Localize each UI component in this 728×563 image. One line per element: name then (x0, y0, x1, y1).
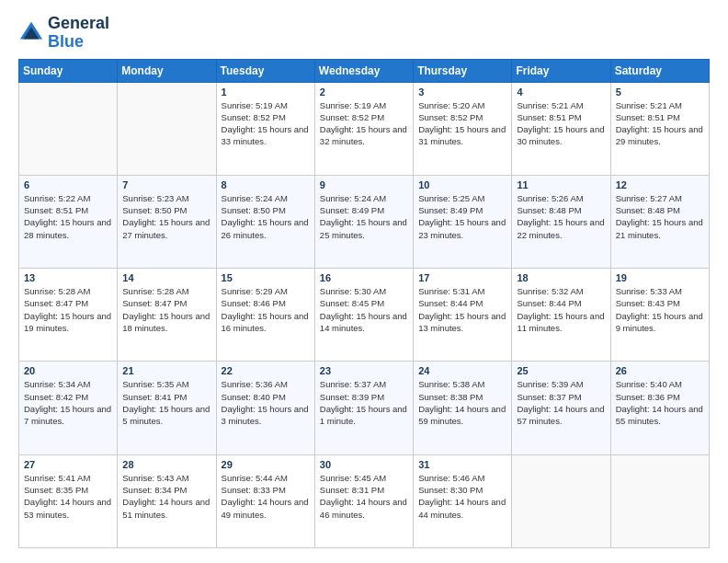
day-number: 16 (320, 272, 408, 283)
day-info: Sunrise: 5:23 AMSunset: 8:50 PMDaylight:… (122, 192, 210, 241)
calendar-cell: 22Sunrise: 5:36 AMSunset: 8:40 PMDayligh… (216, 362, 314, 454)
calendar-cell: 13Sunrise: 5:28 AMSunset: 8:47 PMDayligh… (19, 269, 118, 362)
day-number: 31 (418, 459, 506, 470)
calendar-cell: 25Sunrise: 5:39 AMSunset: 8:37 PMDayligh… (512, 362, 610, 454)
day-info: Sunrise: 5:32 AMSunset: 8:44 PMDaylight:… (517, 285, 605, 334)
day-number: 13 (24, 272, 112, 283)
header: General Blue (18, 15, 710, 52)
day-number: 22 (222, 365, 310, 376)
day-number: 17 (418, 272, 506, 283)
calendar-cell (118, 82, 216, 175)
day-number: 10 (418, 179, 506, 190)
day-number: 12 (616, 179, 704, 190)
calendar-cell: 18Sunrise: 5:32 AMSunset: 8:44 PMDayligh… (512, 269, 610, 362)
day-number: 15 (222, 272, 310, 283)
day-info: Sunrise: 5:22 AMSunset: 8:51 PMDaylight:… (24, 192, 112, 241)
day-header-sunday: Sunday (19, 59, 118, 82)
day-number: 9 (320, 179, 408, 190)
calendar-cell: 6Sunrise: 5:22 AMSunset: 8:51 PMDaylight… (19, 175, 118, 268)
day-number: 27 (24, 459, 112, 470)
day-number: 29 (222, 459, 310, 470)
day-number: 25 (517, 365, 605, 376)
day-info: Sunrise: 5:27 AMSunset: 8:48 PMDaylight:… (616, 192, 704, 241)
calendar-cell: 10Sunrise: 5:25 AMSunset: 8:49 PMDayligh… (414, 175, 512, 268)
day-info: Sunrise: 5:44 AMSunset: 8:33 PMDaylight:… (222, 472, 310, 521)
day-info: Sunrise: 5:25 AMSunset: 8:49 PMDaylight:… (418, 192, 506, 241)
calendar-cell: 2Sunrise: 5:19 AMSunset: 8:52 PMDaylight… (314, 82, 413, 175)
day-number: 5 (616, 86, 704, 98)
day-header-thursday: Thursday (414, 59, 512, 82)
calendar-cell: 20Sunrise: 5:34 AMSunset: 8:42 PMDayligh… (19, 362, 118, 454)
day-info: Sunrise: 5:46 AMSunset: 8:30 PMDaylight:… (418, 472, 506, 521)
day-info: Sunrise: 5:20 AMSunset: 8:52 PMDaylight:… (418, 99, 506, 148)
logo-icon (18, 20, 44, 46)
day-info: Sunrise: 5:31 AMSunset: 8:44 PMDaylight:… (418, 285, 506, 334)
day-info: Sunrise: 5:45 AMSunset: 8:31 PMDaylight:… (320, 472, 408, 521)
day-info: Sunrise: 5:21 AMSunset: 8:51 PMDaylight:… (517, 99, 605, 148)
day-info: Sunrise: 5:24 AMSunset: 8:49 PMDaylight:… (320, 192, 408, 241)
day-info: Sunrise: 5:34 AMSunset: 8:42 PMDaylight:… (24, 378, 112, 427)
day-info: Sunrise: 5:40 AMSunset: 8:36 PMDaylight:… (616, 378, 704, 427)
calendar-header-row: SundayMondayTuesdayWednesdayThursdayFrid… (19, 59, 710, 82)
day-number: 19 (616, 272, 704, 283)
calendar-week-row: 27Sunrise: 5:41 AMSunset: 8:35 PMDayligh… (19, 454, 710, 547)
day-number: 11 (517, 179, 605, 190)
day-header-friday: Friday (512, 59, 610, 82)
calendar-cell: 8Sunrise: 5:24 AMSunset: 8:50 PMDaylight… (216, 175, 314, 268)
calendar-cell: 27Sunrise: 5:41 AMSunset: 8:35 PMDayligh… (19, 454, 118, 547)
day-header-monday: Monday (118, 59, 216, 82)
calendar-cell: 23Sunrise: 5:37 AMSunset: 8:39 PMDayligh… (314, 362, 413, 454)
day-info: Sunrise: 5:43 AMSunset: 8:34 PMDaylight:… (122, 472, 210, 521)
day-info: Sunrise: 5:33 AMSunset: 8:43 PMDaylight:… (616, 285, 704, 334)
calendar-cell: 14Sunrise: 5:28 AMSunset: 8:47 PMDayligh… (118, 269, 216, 362)
calendar-cell (610, 454, 709, 547)
day-number: 24 (418, 365, 506, 376)
day-info: Sunrise: 5:21 AMSunset: 8:51 PMDaylight:… (616, 99, 704, 148)
day-info: Sunrise: 5:24 AMSunset: 8:50 PMDaylight:… (222, 192, 310, 241)
day-info: Sunrise: 5:39 AMSunset: 8:37 PMDaylight:… (517, 378, 605, 427)
logo-text: General Blue (48, 15, 109, 52)
day-number: 1 (222, 86, 310, 98)
calendar-cell: 9Sunrise: 5:24 AMSunset: 8:49 PMDaylight… (314, 175, 413, 268)
calendar-cell: 5Sunrise: 5:21 AMSunset: 8:51 PMDaylight… (610, 82, 709, 175)
calendar-cell: 11Sunrise: 5:26 AMSunset: 8:48 PMDayligh… (512, 175, 610, 268)
day-number: 21 (122, 365, 210, 376)
day-info: Sunrise: 5:19 AMSunset: 8:52 PMDaylight:… (320, 99, 408, 148)
day-info: Sunrise: 5:37 AMSunset: 8:39 PMDaylight:… (320, 378, 408, 427)
day-number: 26 (616, 365, 704, 376)
calendar-cell: 16Sunrise: 5:30 AMSunset: 8:45 PMDayligh… (314, 269, 413, 362)
calendar-week-row: 1Sunrise: 5:19 AMSunset: 8:52 PMDaylight… (19, 82, 710, 175)
calendar-week-row: 20Sunrise: 5:34 AMSunset: 8:42 PMDayligh… (19, 362, 710, 454)
calendar-week-row: 6Sunrise: 5:22 AMSunset: 8:51 PMDaylight… (19, 175, 710, 268)
page: General Blue SundayMondayTuesdayWednesda… (0, 0, 728, 563)
day-info: Sunrise: 5:36 AMSunset: 8:40 PMDaylight:… (222, 378, 310, 427)
day-number: 3 (418, 86, 506, 98)
calendar-cell: 29Sunrise: 5:44 AMSunset: 8:33 PMDayligh… (216, 454, 314, 547)
day-number: 8 (222, 179, 310, 190)
day-number: 18 (517, 272, 605, 283)
day-info: Sunrise: 5:26 AMSunset: 8:48 PMDaylight:… (517, 192, 605, 241)
day-number: 30 (320, 459, 408, 470)
day-header-wednesday: Wednesday (314, 59, 413, 82)
day-info: Sunrise: 5:41 AMSunset: 8:35 PMDaylight:… (24, 472, 112, 521)
day-info: Sunrise: 5:35 AMSunset: 8:41 PMDaylight:… (122, 378, 210, 427)
calendar-cell: 30Sunrise: 5:45 AMSunset: 8:31 PMDayligh… (314, 454, 413, 547)
day-info: Sunrise: 5:28 AMSunset: 8:47 PMDaylight:… (24, 285, 112, 334)
calendar-cell: 4Sunrise: 5:21 AMSunset: 8:51 PMDaylight… (512, 82, 610, 175)
calendar-cell: 19Sunrise: 5:33 AMSunset: 8:43 PMDayligh… (610, 269, 709, 362)
calendar-cell: 3Sunrise: 5:20 AMSunset: 8:52 PMDaylight… (414, 82, 512, 175)
day-number: 7 (122, 179, 210, 190)
calendar-cell: 17Sunrise: 5:31 AMSunset: 8:44 PMDayligh… (414, 269, 512, 362)
day-number: 2 (320, 86, 408, 98)
calendar-cell: 26Sunrise: 5:40 AMSunset: 8:36 PMDayligh… (610, 362, 709, 454)
calendar-cell: 24Sunrise: 5:38 AMSunset: 8:38 PMDayligh… (414, 362, 512, 454)
calendar-cell (512, 454, 610, 547)
calendar-cell: 1Sunrise: 5:19 AMSunset: 8:52 PMDaylight… (216, 82, 314, 175)
day-number: 4 (517, 86, 605, 98)
day-number: 23 (320, 365, 408, 376)
calendar-cell: 15Sunrise: 5:29 AMSunset: 8:46 PMDayligh… (216, 269, 314, 362)
calendar-cell (19, 82, 118, 175)
day-number: 14 (122, 272, 210, 283)
calendar-table: SundayMondayTuesdayWednesdayThursdayFrid… (18, 59, 710, 548)
calendar-cell: 28Sunrise: 5:43 AMSunset: 8:34 PMDayligh… (118, 454, 216, 547)
